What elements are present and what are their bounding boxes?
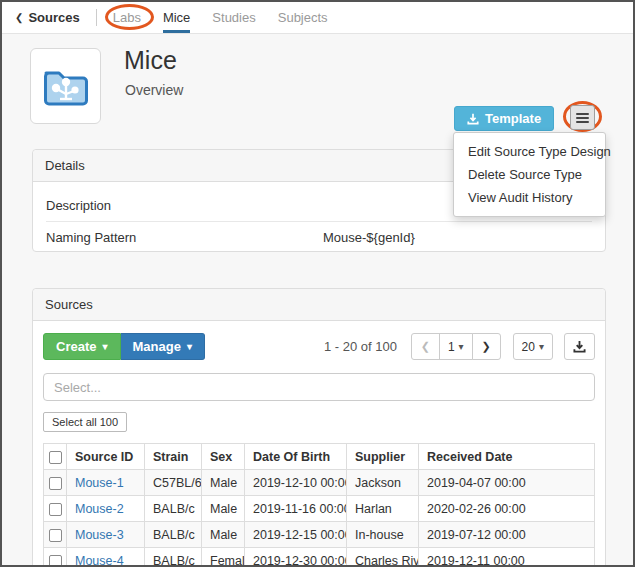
pagination-range: 1 - 20 of 100 — [324, 339, 397, 354]
row-checkbox[interactable] — [49, 503, 62, 516]
menu-item-view-audit-history[interactable]: View Audit History — [454, 186, 605, 209]
column-header[interactable]: Supplier — [347, 444, 419, 470]
back-to-sources-link[interactable]: ❮ Sources — [15, 2, 80, 33]
table-header-row: Source ID Strain Sex Date Of Birth Suppl… — [44, 444, 595, 470]
cell-received-date: 2019-07-12 00:00 — [419, 522, 595, 548]
menu-item-delete-source-type[interactable]: Delete Source Type — [454, 163, 605, 186]
hamburger-icon — [576, 113, 589, 115]
nav-divider — [96, 9, 97, 26]
pagination-controls: ❮ 1 ▾ ❯ — [411, 333, 501, 360]
cell-received-date: 2019-12-11 00:00 — [419, 548, 595, 567]
table-row: Mouse-2 BALB/c Male 2019-11-16 00:00 Har… — [44, 496, 595, 522]
caret-down-icon: ▾ — [102, 342, 107, 352]
cell-date-of-birth: 2019-12-15 00:00 — [245, 522, 347, 548]
cell-received-date: 2019-04-07 00:00 — [419, 470, 595, 496]
cell-supplier: Harlan — [347, 496, 419, 522]
caret-down-icon: ▾ — [539, 342, 544, 352]
select-all-button[interactable]: Select all 100 — [43, 412, 127, 432]
source-id-link[interactable]: Mouse-3 — [75, 528, 124, 542]
cell-strain: C57BL/6 — [145, 470, 202, 496]
caret-down-icon: ▾ — [187, 342, 192, 352]
column-header[interactable]: Sex — [202, 444, 245, 470]
page-subtitle: Overview — [125, 82, 183, 98]
page-title: Mice — [124, 46, 177, 75]
tab-mice[interactable]: Mice — [163, 2, 190, 33]
row-checkbox[interactable] — [49, 555, 62, 567]
cell-supplier: Jackson — [347, 470, 419, 496]
select-all-checkbox[interactable] — [49, 451, 62, 464]
column-header[interactable]: Source ID — [67, 444, 145, 470]
back-label: Sources — [28, 10, 79, 25]
manage-button[interactable]: Manage ▾ — [121, 333, 205, 360]
source-id-link[interactable]: Mouse-4 — [75, 554, 124, 567]
caret-down-icon: ▾ — [459, 342, 464, 352]
column-header[interactable]: Received Date — [419, 444, 595, 470]
table-row: Mouse-1 C57BL/6 Male 2019-12-10 00:00 Ja… — [44, 470, 595, 496]
sources-panel: Sources Create ▾ Manage ▾ 1 - 20 of 100 — [32, 288, 606, 567]
template-button[interactable]: Template — [454, 106, 554, 131]
cell-date-of-birth: 2019-11-16 00:00 — [245, 496, 347, 522]
app-window: ❮ Sources Labs Mice Studies Subjects Mic… — [0, 0, 635, 567]
cell-strain: BALB/c — [145, 522, 202, 548]
top-nav: ❮ Sources Labs Mice Studies Subjects — [2, 2, 633, 34]
manage-dropdown-menu: Edit Source Type Design Delete Source Ty… — [453, 132, 606, 217]
grid-filter-input[interactable] — [43, 373, 595, 401]
cell-date-of-birth: 2019-12-10 00:00 — [245, 470, 347, 496]
next-page-button[interactable]: ❯ — [472, 333, 501, 360]
sources-panel-title: Sources — [33, 289, 605, 321]
row-checkbox[interactable] — [49, 477, 62, 490]
tab-labs[interactable]: Labs — [113, 2, 141, 33]
cell-sex: Male — [202, 522, 245, 548]
chevron-right-icon: ❯ — [482, 340, 491, 353]
source-type-icon-tile — [30, 48, 101, 124]
grid-toolbar: Create ▾ Manage ▾ 1 - 20 of 100 ❮ 1 — [43, 333, 595, 360]
export-button[interactable] — [564, 333, 595, 360]
details-row-naming-pattern: Naming Pattern Mouse-${genId} — [46, 222, 592, 253]
cell-received-date: 2020-02-26 00:00 — [419, 496, 595, 522]
tab-studies[interactable]: Studies — [212, 2, 255, 33]
template-button-label: Template — [485, 111, 541, 126]
cell-supplier: In-house — [347, 522, 419, 548]
cell-sex: Female — [202, 548, 245, 567]
cell-sex: Male — [202, 470, 245, 496]
menu-item-edit-source-type-design[interactable]: Edit Source Type Design — [454, 140, 605, 163]
export-download-icon — [573, 340, 586, 353]
cell-strain: BALB/c — [145, 548, 202, 567]
cell-sex: Male — [202, 496, 245, 522]
sources-table: Source ID Strain Sex Date Of Birth Suppl… — [43, 443, 595, 567]
details-label: Description — [46, 198, 323, 213]
row-checkbox[interactable] — [49, 529, 62, 542]
cell-strain: BALB/c — [145, 496, 202, 522]
source-id-link[interactable]: Mouse-2 — [75, 502, 124, 516]
cell-supplier: Charles River — [347, 548, 419, 567]
table-row: Mouse-4 BALB/c Female 2019-12-30 00:00 C… — [44, 548, 595, 567]
source-folder-icon — [42, 64, 90, 108]
source-id-link[interactable]: Mouse-1 — [75, 476, 124, 490]
current-page-dropdown[interactable]: 1 ▾ — [439, 333, 473, 360]
cell-date-of-birth: 2019-12-30 00:00 — [245, 548, 347, 567]
column-header[interactable]: Date Of Birth — [245, 444, 347, 470]
manage-menu-button[interactable] — [570, 105, 595, 130]
details-value: Mouse-${genId} — [323, 230, 415, 245]
back-chevron-icon: ❮ — [15, 12, 23, 23]
details-label: Naming Pattern — [46, 230, 323, 245]
chevron-left-icon: ❮ — [421, 340, 430, 353]
column-header[interactable]: Strain — [145, 444, 202, 470]
tab-subjects[interactable]: Subjects — [278, 2, 328, 33]
table-row: Mouse-3 BALB/c Male 2019-12-15 00:00 In-… — [44, 522, 595, 548]
create-button[interactable]: Create ▾ — [43, 333, 121, 360]
previous-page-button[interactable]: ❮ — [411, 333, 440, 360]
download-icon — [467, 113, 479, 125]
page-size-dropdown[interactable]: 20 ▾ — [513, 333, 553, 360]
